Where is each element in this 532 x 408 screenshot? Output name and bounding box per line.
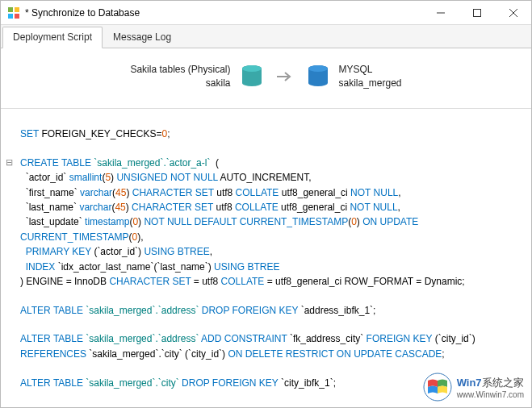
svg-point-9 [242, 65, 262, 72]
watermark-text: Win7系统之家 www.Winwin7.com [457, 376, 524, 399]
watermark-brand2: 系统之家 [482, 377, 524, 389]
svg-rect-3 [15, 14, 19, 19]
windows-logo-icon [423, 373, 452, 402]
database-icon [241, 65, 263, 89]
tab-label: Message Log [113, 31, 171, 43]
target-schema: sakila_merged [339, 77, 402, 90]
svg-point-11 [308, 65, 328, 72]
titlebar: * Synchronize to Database [1, 1, 531, 25]
source-schema: sakila [130, 77, 230, 90]
target-name: MYSQL [339, 63, 402, 77]
tab-bar: Deployment Script Message Log [1, 25, 531, 48]
tab-label: Deployment Script [13, 31, 92, 43]
window-title: * Synchronize to Database [25, 7, 422, 19]
source-name: Sakila tables (Physical) [130, 63, 230, 77]
close-button[interactable] [495, 1, 531, 24]
minimize-button[interactable] [422, 1, 459, 24]
svg-rect-0 [8, 7, 13, 12]
watermark-url: www.Winwin7.com [457, 390, 524, 399]
sync-diagram: Sakila tables (Physical) sakila MYSQL sa… [1, 48, 531, 108]
arrow-right-icon [276, 70, 294, 83]
target-db-label: MYSQL sakila_merged [339, 63, 402, 90]
watermark: Win7系统之家 www.Winwin7.com [423, 373, 524, 402]
svg-rect-5 [473, 9, 480, 16]
svg-rect-1 [15, 7, 19, 12]
tab-deployment-script[interactable]: Deployment Script [2, 27, 103, 48]
watermark-brand: Win7 [457, 377, 482, 389]
sql-editor[interactable]: SET FOREIGN_KEY_CHECKS=0; ⊟CREATE TABLE … [1, 109, 531, 389]
database-icon [307, 65, 329, 89]
tab-message-log[interactable]: Message Log [103, 27, 182, 48]
target-db-block: MYSQL sakila_merged [307, 63, 402, 90]
source-db-label: Sakila tables (Physical) sakila [130, 63, 230, 90]
source-db-block: Sakila tables (Physical) sakila [130, 63, 262, 90]
app-icon [7, 6, 20, 19]
fold-icon[interactable]: ⊟ [6, 156, 13, 169]
svg-rect-2 [8, 14, 13, 19]
maximize-button[interactable] [459, 1, 495, 24]
